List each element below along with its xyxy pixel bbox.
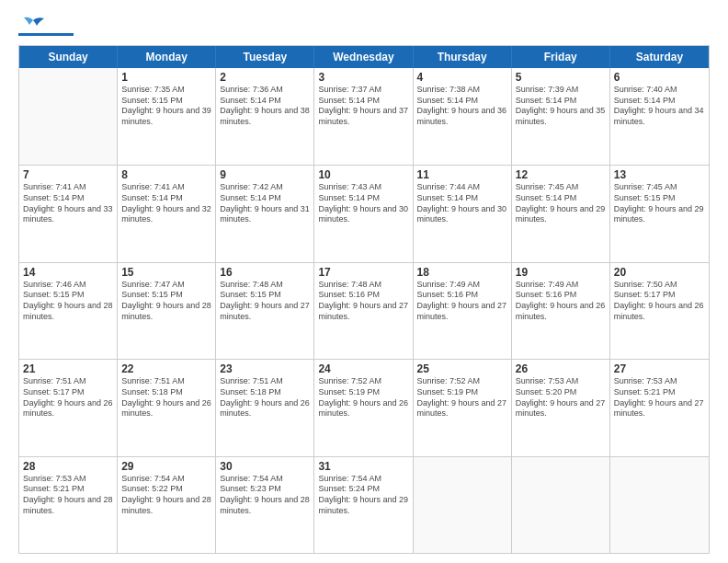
day-cell-2: 2Sunrise: 7:36 AM Sunset: 5:14 PM Daylig… (216, 68, 314, 165)
day-cell-9: 9Sunrise: 7:42 AM Sunset: 5:14 PM Daylig… (216, 166, 314, 261)
day-info: Sunrise: 7:38 AM Sunset: 5:14 PM Dayligh… (417, 85, 507, 128)
day-number: 25 (417, 362, 507, 375)
day-info: Sunrise: 7:54 AM Sunset: 5:23 PM Dayligh… (220, 474, 310, 517)
day-number: 2 (220, 71, 310, 84)
day-info: Sunrise: 7:51 AM Sunset: 5:17 PM Dayligh… (23, 376, 113, 419)
day-info: Sunrise: 7:49 AM Sunset: 5:16 PM Dayligh… (417, 280, 507, 323)
day-cell-8: 8Sunrise: 7:41 AM Sunset: 5:14 PM Daylig… (118, 166, 216, 261)
day-number: 9 (220, 168, 310, 181)
day-info: Sunrise: 7:46 AM Sunset: 5:15 PM Dayligh… (23, 280, 113, 323)
day-number: 5 (516, 71, 606, 84)
day-cell-30: 30Sunrise: 7:54 AM Sunset: 5:23 PM Dayli… (216, 457, 314, 553)
day-number: 20 (614, 266, 705, 279)
day-cell-4: 4Sunrise: 7:38 AM Sunset: 5:14 PM Daylig… (414, 68, 512, 165)
day-cell-27: 27Sunrise: 7:53 AM Sunset: 5:21 PM Dayli… (610, 360, 709, 455)
weekday-header-saturday: Saturday (610, 46, 709, 68)
day-info: Sunrise: 7:48 AM Sunset: 5:16 PM Dayligh… (318, 280, 408, 323)
day-cell-16: 16Sunrise: 7:48 AM Sunset: 5:15 PM Dayli… (216, 263, 314, 359)
day-info: Sunrise: 7:48 AM Sunset: 5:15 PM Dayligh… (220, 280, 310, 323)
day-info: Sunrise: 7:36 AM Sunset: 5:14 PM Dayligh… (220, 85, 310, 128)
day-number: 24 (318, 362, 408, 375)
day-info: Sunrise: 7:37 AM Sunset: 5:14 PM Dayligh… (318, 85, 408, 128)
day-cell-25: 25Sunrise: 7:52 AM Sunset: 5:19 PM Dayli… (414, 360, 512, 455)
day-number: 19 (516, 266, 606, 279)
day-number: 22 (121, 362, 211, 375)
empty-cell (414, 457, 512, 553)
day-number: 28 (23, 460, 113, 473)
day-cell-11: 11Sunrise: 7:44 AM Sunset: 5:14 PM Dayli… (414, 166, 512, 261)
day-info: Sunrise: 7:51 AM Sunset: 5:18 PM Dayligh… (121, 376, 211, 419)
day-cell-24: 24Sunrise: 7:52 AM Sunset: 5:19 PM Dayli… (314, 360, 413, 455)
day-number: 18 (417, 266, 507, 279)
day-info: Sunrise: 7:53 AM Sunset: 5:20 PM Dayligh… (516, 376, 606, 419)
day-cell-28: 28Sunrise: 7:53 AM Sunset: 5:21 PM Dayli… (19, 457, 118, 553)
weekday-header-tuesday: Tuesday (216, 46, 314, 68)
day-number: 27 (614, 362, 705, 375)
calendar-row-4: 28Sunrise: 7:53 AM Sunset: 5:21 PM Dayli… (19, 456, 709, 553)
day-info: Sunrise: 7:41 AM Sunset: 5:14 PM Dayligh… (121, 182, 211, 225)
day-number: 8 (121, 168, 211, 181)
day-cell-1: 1Sunrise: 7:35 AM Sunset: 5:15 PM Daylig… (118, 68, 216, 165)
day-cell-21: 21Sunrise: 7:51 AM Sunset: 5:17 PM Dayli… (19, 360, 118, 455)
day-number: 12 (516, 168, 606, 181)
day-cell-10: 10Sunrise: 7:43 AM Sunset: 5:14 PM Dayli… (314, 166, 413, 261)
day-info: Sunrise: 7:35 AM Sunset: 5:15 PM Dayligh… (121, 85, 211, 128)
day-cell-15: 15Sunrise: 7:47 AM Sunset: 5:15 PM Dayli… (118, 263, 216, 359)
calendar: SundayMondayTuesdayWednesdayThursdayFrid… (18, 45, 710, 554)
header (18, 17, 710, 36)
day-cell-18: 18Sunrise: 7:49 AM Sunset: 5:16 PM Dayli… (414, 263, 512, 359)
day-number: 23 (220, 362, 310, 375)
day-number: 13 (614, 168, 705, 181)
day-cell-20: 20Sunrise: 7:50 AM Sunset: 5:17 PM Dayli… (610, 263, 709, 359)
day-number: 11 (417, 168, 507, 181)
day-info: Sunrise: 7:42 AM Sunset: 5:14 PM Dayligh… (220, 182, 310, 225)
logo (18, 17, 74, 36)
day-cell-6: 6Sunrise: 7:40 AM Sunset: 5:14 PM Daylig… (610, 68, 709, 165)
day-number: 1 (121, 71, 211, 84)
day-info: Sunrise: 7:44 AM Sunset: 5:14 PM Dayligh… (417, 182, 507, 225)
day-number: 7 (23, 168, 113, 181)
day-info: Sunrise: 7:45 AM Sunset: 5:15 PM Dayligh… (614, 182, 705, 225)
day-number: 4 (417, 71, 507, 84)
day-info: Sunrise: 7:54 AM Sunset: 5:24 PM Dayligh… (318, 474, 408, 517)
calendar-row-3: 21Sunrise: 7:51 AM Sunset: 5:17 PM Dayli… (19, 359, 709, 455)
logo-underline (18, 33, 74, 36)
calendar-row-2: 14Sunrise: 7:46 AM Sunset: 5:15 PM Dayli… (19, 262, 709, 359)
day-cell-19: 19Sunrise: 7:49 AM Sunset: 5:16 PM Dayli… (512, 263, 610, 359)
day-info: Sunrise: 7:39 AM Sunset: 5:14 PM Dayligh… (516, 85, 606, 128)
day-number: 21 (23, 362, 113, 375)
day-cell-26: 26Sunrise: 7:53 AM Sunset: 5:20 PM Dayli… (512, 360, 610, 455)
weekday-header-thursday: Thursday (414, 46, 512, 68)
day-number: 31 (318, 460, 408, 473)
day-cell-7: 7Sunrise: 7:41 AM Sunset: 5:14 PM Daylig… (19, 166, 118, 261)
page: SundayMondayTuesdayWednesdayThursdayFrid… (0, 0, 728, 563)
empty-cell (512, 457, 610, 553)
day-info: Sunrise: 7:52 AM Sunset: 5:19 PM Dayligh… (318, 376, 408, 419)
day-info: Sunrise: 7:50 AM Sunset: 5:17 PM Dayligh… (614, 280, 705, 323)
day-number: 14 (23, 266, 113, 279)
day-cell-14: 14Sunrise: 7:46 AM Sunset: 5:15 PM Dayli… (19, 263, 118, 359)
day-cell-29: 29Sunrise: 7:54 AM Sunset: 5:22 PM Dayli… (118, 457, 216, 553)
weekday-header-monday: Monday (118, 46, 216, 68)
weekday-header-wednesday: Wednesday (314, 46, 413, 68)
day-number: 29 (121, 460, 211, 473)
day-info: Sunrise: 7:47 AM Sunset: 5:15 PM Dayligh… (121, 280, 211, 323)
day-cell-5: 5Sunrise: 7:39 AM Sunset: 5:14 PM Daylig… (512, 68, 610, 165)
day-info: Sunrise: 7:45 AM Sunset: 5:14 PM Dayligh… (516, 182, 606, 225)
day-cell-31: 31Sunrise: 7:54 AM Sunset: 5:24 PM Dayli… (314, 457, 413, 553)
day-number: 6 (614, 71, 705, 84)
day-cell-17: 17Sunrise: 7:48 AM Sunset: 5:16 PM Dayli… (314, 263, 413, 359)
empty-cell (610, 457, 709, 553)
calendar-body: 1Sunrise: 7:35 AM Sunset: 5:15 PM Daylig… (19, 68, 709, 553)
day-number: 30 (220, 460, 310, 473)
day-number: 16 (220, 266, 310, 279)
day-number: 26 (516, 362, 606, 375)
day-cell-12: 12Sunrise: 7:45 AM Sunset: 5:14 PM Dayli… (512, 166, 610, 261)
day-info: Sunrise: 7:40 AM Sunset: 5:14 PM Dayligh… (614, 85, 705, 128)
day-info: Sunrise: 7:41 AM Sunset: 5:14 PM Dayligh… (23, 182, 113, 225)
calendar-header: SundayMondayTuesdayWednesdayThursdayFrid… (19, 46, 709, 68)
day-info: Sunrise: 7:52 AM Sunset: 5:19 PM Dayligh… (417, 376, 507, 419)
day-info: Sunrise: 7:53 AM Sunset: 5:21 PM Dayligh… (614, 376, 705, 419)
day-number: 17 (318, 266, 408, 279)
day-number: 10 (318, 168, 408, 181)
